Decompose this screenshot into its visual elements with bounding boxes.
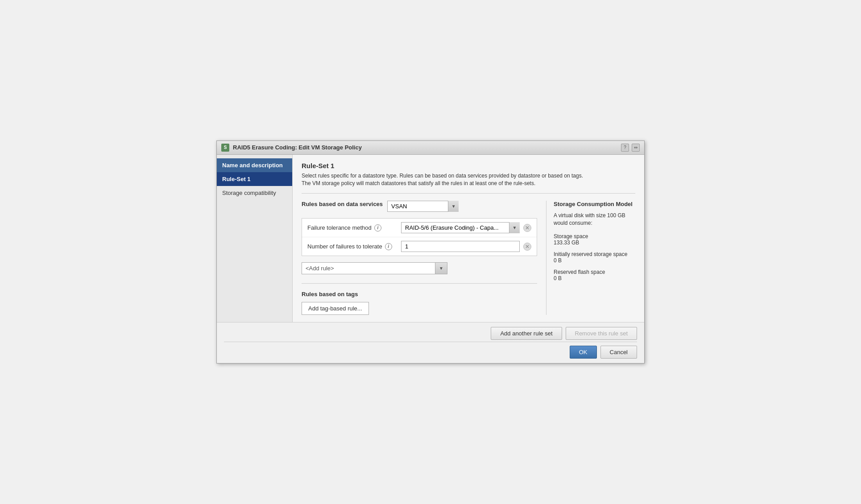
dialog-footer: Add another rule set Remove this rule se… xyxy=(217,322,644,363)
sidebar: Name and description Rule-Set 1 Storage … xyxy=(217,155,293,322)
consumption-item-initially-reserved: Initially reserved storage space 0 B xyxy=(554,251,635,264)
edit-vm-storage-policy-dialog: S RAID5 Erasure Coding: Edit VM Storage … xyxy=(216,140,645,364)
content-area: Rules based on data services VSAN ▼ xyxy=(302,201,635,315)
rule-set-desc-line2: The VM storage policy will match datasto… xyxy=(302,180,635,187)
initially-reserved-label: Initially reserved storage space xyxy=(554,251,635,257)
dialog-icon: S xyxy=(221,144,229,152)
sidebar-item-name-description[interactable]: Name and description xyxy=(217,158,292,172)
cancel-button[interactable]: Cancel xyxy=(600,346,637,359)
dialog-body: Name and description Rule-Set 1 Storage … xyxy=(217,155,644,322)
rule-name-failure-tolerance: Failure tolerance method i xyxy=(307,224,397,231)
num-failures-input[interactable] xyxy=(401,241,520,252)
rule-set-title: Rule-Set 1 xyxy=(302,162,635,169)
table-row: Number of failures to tolerate i ✕ xyxy=(302,237,537,256)
vsan-select[interactable]: VSAN xyxy=(387,201,459,212)
title-bar: S RAID5 Erasure Coding: Edit VM Storage … xyxy=(217,141,644,155)
add-another-rule-set-button[interactable]: Add another rule set xyxy=(491,327,562,340)
tags-section: Rules based on tags Add tag-based rule..… xyxy=(302,291,537,315)
rules-based-on-tags-label: Rules based on tags xyxy=(302,291,537,297)
failure-tolerance-info-icon[interactable]: i xyxy=(374,224,381,231)
dialog-title: RAID5 Erasure Coding: Edit VM Storage Po… xyxy=(233,144,617,151)
section-divider xyxy=(302,283,537,284)
rules-panel: Rules based on data services VSAN ▼ xyxy=(302,201,537,315)
remove-this-rule-set-button[interactable]: Remove this rule set xyxy=(566,327,637,340)
main-content: Rule-Set 1 Select rules specific for a d… xyxy=(293,155,644,322)
num-failures-value-container: ✕ xyxy=(401,241,531,252)
storage-consumption-title: Storage Consumption Model xyxy=(554,201,635,207)
table-row: Failure tolerance method i RAID-5/6 (Era… xyxy=(302,219,537,237)
storage-space-value: 133.33 GB xyxy=(554,240,635,246)
failure-tolerance-select-container: RAID-5/6 (Erasure Coding) - Capa... ▼ xyxy=(401,222,520,233)
rule-name-num-failures: Number of failures to tolerate i xyxy=(307,243,397,250)
num-failures-info-icon[interactable]: i xyxy=(385,243,392,250)
consumption-item-storage-space: Storage space 133.33 GB xyxy=(554,233,635,246)
sidebar-item-storage-compatibility[interactable]: Storage compatibility xyxy=(217,186,292,200)
rule-set-description: Select rules specific for a datastore ty… xyxy=(302,172,635,194)
add-rule-select[interactable]: <Add rule> xyxy=(302,262,435,274)
help-button[interactable]: ? xyxy=(621,144,629,152)
rules-based-section: Rules based on data services VSAN ▼ xyxy=(302,201,537,274)
title-bar-controls: ? ⇔ xyxy=(621,144,640,152)
failure-tolerance-value-container: RAID-5/6 (Erasure Coding) - Capa... ▼ ✕ xyxy=(401,222,531,233)
rules-based-label: Rules based on data services xyxy=(302,201,383,207)
reserved-flash-label: Reserved flash space xyxy=(554,269,635,275)
storage-space-label: Storage space xyxy=(554,233,635,240)
footer-rule-actions: Add another rule set Remove this rule se… xyxy=(224,327,637,342)
add-rule-arrow-icon[interactable]: ▼ xyxy=(435,262,447,274)
consumption-item-reserved-flash: Reserved flash space 0 B xyxy=(554,269,635,281)
footer-main-actions: OK Cancel xyxy=(224,346,637,359)
sidebar-item-rule-set-1[interactable]: Rule-Set 1 xyxy=(217,172,292,186)
rule-set-desc-line1: Select rules specific for a datastore ty… xyxy=(302,172,635,180)
rules-table: Failure tolerance method i RAID-5/6 (Era… xyxy=(302,218,537,256)
data-services-row: Rules based on data services VSAN ▼ xyxy=(302,201,537,212)
add-tag-based-rule-button[interactable]: Add tag-based rule... xyxy=(302,302,369,315)
storage-consumption-panel: Storage Consumption Model A virtual disk… xyxy=(546,201,635,315)
initially-reserved-value: 0 B xyxy=(554,257,635,264)
failure-tolerance-select[interactable]: RAID-5/6 (Erasure Coding) - Capa... xyxy=(401,222,520,233)
add-rule-row: <Add rule> ▼ xyxy=(302,262,537,274)
vsan-select-container: VSAN ▼ xyxy=(387,201,459,212)
remove-num-failures-icon[interactable]: ✕ xyxy=(523,243,531,251)
reserved-flash-value: 0 B xyxy=(554,275,635,281)
remove-failure-tolerance-icon[interactable]: ✕ xyxy=(523,224,531,232)
ok-button[interactable]: OK xyxy=(570,346,597,359)
storage-consumption-description: A virtual disk with size 100 GB would co… xyxy=(554,212,635,227)
expand-button[interactable]: ⇔ xyxy=(632,144,640,152)
add-rule-select-container: <Add rule> ▼ xyxy=(302,262,447,274)
